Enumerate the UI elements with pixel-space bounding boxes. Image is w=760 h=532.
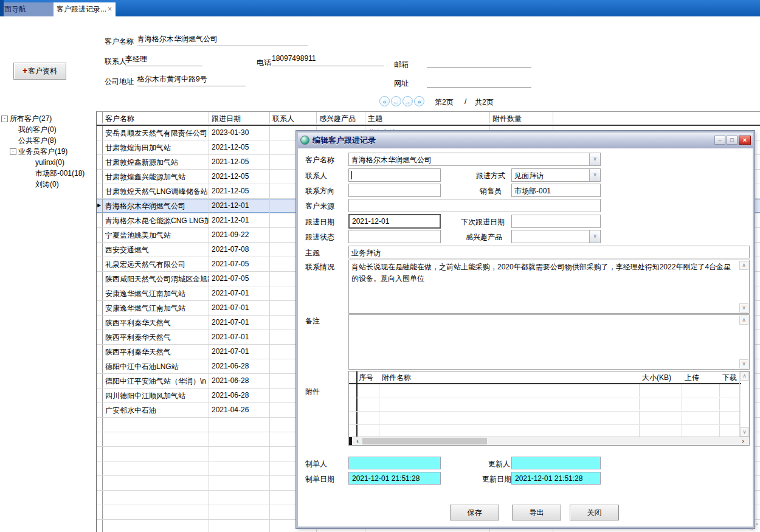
- dlg-next-follow-date-input[interactable]: [511, 215, 601, 228]
- tree-expander-icon[interactable]: -: [1, 116, 8, 122]
- tab-close-icon[interactable]: ×: [108, 5, 112, 13]
- chevron-down-icon[interactable]: ∨: [589, 230, 600, 243]
- dlg-contact-details-textarea[interactable]: 肖站长说现在是融能在做，之前站上能采购，2020年都就需要公司物供部采购了，李经…: [348, 260, 750, 314]
- dlg-remarks-textarea[interactable]: ∧ ∨: [348, 314, 750, 370]
- cell: 2021-07-08: [209, 243, 270, 257]
- cell: 青海格尔木昆仑能源CNG LNG加: [103, 213, 209, 227]
- attachments-hscrollbar[interactable]: ‹ ›: [349, 437, 749, 445]
- add-customer-button[interactable]: +客户资料: [13, 63, 66, 80]
- cell: [209, 520, 270, 532]
- scroll-down-icon[interactable]: ∨: [739, 359, 748, 368]
- row-marker: [97, 243, 103, 257]
- dlg-customer-name-label: 客户名称: [305, 155, 334, 165]
- cell: 德阳中江平安油气站（华润）\n: [103, 374, 209, 388]
- row-marker: ▶: [97, 199, 103, 213]
- tree-item-label: 公共客户(8): [18, 136, 57, 145]
- cell: 甘肃敦煌海田加气站: [103, 140, 209, 154]
- column-header[interactable]: 客户名称: [103, 112, 209, 123]
- scroll-left-icon[interactable]: ‹: [353, 437, 362, 445]
- column-header[interactable]: 感兴趣产品: [317, 112, 365, 123]
- row-marker: [97, 389, 103, 402]
- scroll-up-icon[interactable]: ∧: [740, 371, 749, 381]
- column-header[interactable]: 跟进日期: [209, 112, 270, 123]
- cell: 2021-09-22: [209, 228, 270, 242]
- website-value: [427, 75, 531, 88]
- tree-item[interactable]: -所有客户(27): [0, 113, 52, 124]
- cell: [209, 432, 270, 446]
- attachment-cell: [356, 398, 379, 410]
- attachments-vscrollbar[interactable]: ∧ ∨: [739, 371, 749, 437]
- scroll-down-icon[interactable]: ∨: [739, 303, 748, 313]
- dlg-next-follow-date-label: 下次跟进日期: [461, 217, 505, 227]
- row-marker: [97, 286, 103, 300]
- chevron-down-icon[interactable]: ∨: [589, 169, 600, 181]
- cell: 西安交通燃气: [103, 243, 209, 257]
- scroll-up-icon[interactable]: ∧: [739, 261, 748, 270]
- tab-page-nav[interactable]: 面导航: [4, 2, 54, 16]
- dialog-titlebar[interactable]: 编辑客户跟进记录 – □ ×: [298, 133, 753, 148]
- tab-follow-records[interactable]: 客户跟进记录...×: [54, 2, 116, 16]
- tree-item[interactable]: 市场部-001(18): [0, 168, 85, 179]
- maximize-button[interactable]: □: [727, 136, 738, 145]
- page-separator: /: [465, 97, 466, 106]
- dlg-updater-label: 更新人: [488, 459, 510, 469]
- next-page-button[interactable]: →: [402, 96, 413, 106]
- chevron-down-icon[interactable]: ∨: [589, 153, 600, 165]
- row-marker: [97, 461, 103, 475]
- export-button[interactable]: 导出: [512, 505, 561, 520]
- splitter-handle[interactable]: [349, 437, 352, 445]
- dlg-salesperson-input[interactable]: 市场部-001: [511, 184, 601, 197]
- minimize-button[interactable]: –: [714, 136, 725, 145]
- close-dialog-button[interactable]: 关闭: [570, 505, 619, 520]
- dlg-follow-status-input[interactable]: [348, 230, 441, 243]
- attachments-grid: 序号附件名称大小(KB)上传下载 ∧ ∨ ‹ ›: [348, 371, 750, 446]
- dlg-follow-method-combo[interactable]: 见面拜访 ∨: [511, 168, 601, 182]
- dlg-contact-direction-input[interactable]: [348, 184, 441, 197]
- attachment-column-header: 上传: [682, 371, 720, 382]
- column-header[interactable]: 主题: [365, 112, 490, 123]
- cell: 2021-07-05: [209, 272, 270, 286]
- cell: 2023-01-30: [209, 126, 270, 140]
- close-button[interactable]: ×: [739, 136, 751, 145]
- dlg-update-date-label: 更新日期: [482, 474, 511, 485]
- cell: 甘肃敦煌天然气LNG调峰储备站: [103, 184, 209, 198]
- resize-grip-icon[interactable]: [751, 523, 759, 531]
- dialog-title: 编辑客户跟进记录: [313, 135, 376, 146]
- dlg-create-date-field: 2021-12-01 21:51:28: [348, 472, 441, 485]
- last-page-button[interactable]: »: [414, 96, 424, 106]
- attachment-cell: [682, 384, 720, 397]
- tree-item[interactable]: -业务员客户(19): [0, 146, 67, 157]
- tree-item[interactable]: yulinxi(0): [0, 157, 64, 168]
- save-button[interactable]: 保存: [450, 505, 499, 520]
- dlg-interested-product-combo[interactable]: ∨: [511, 230, 601, 243]
- tree-item[interactable]: 公共客户(8): [0, 135, 57, 146]
- cell: 2021-12-01: [209, 213, 270, 227]
- row-marker: [97, 140, 103, 154]
- column-header[interactable]: 联系人: [270, 112, 317, 123]
- dlg-contact-input[interactable]: [348, 168, 441, 182]
- cell: 2021-07-05: [209, 257, 270, 271]
- website-label: 网址: [394, 78, 409, 89]
- dlg-follow-date-input[interactable]: 2021-12-01: [348, 214, 441, 229]
- first-page-button[interactable]: «: [379, 96, 390, 106]
- cell: 宁夏盐池姚美加气站: [103, 228, 209, 242]
- tree-item-label: yulinxi(0): [35, 158, 64, 167]
- tree-item[interactable]: 我的客户(0): [0, 124, 57, 135]
- scroll-down-icon[interactable]: ∨: [740, 427, 749, 437]
- scroll-up-icon[interactable]: ∧: [739, 316, 748, 325]
- scrollbar-thumb[interactable]: [362, 438, 487, 444]
- dlg-customer-name-combo[interactable]: 青海格尔木华润燃气公司 ∨: [348, 153, 601, 166]
- tree-item[interactable]: 刘涛(0): [0, 179, 59, 190]
- attachment-cell: [720, 424, 741, 437]
- dlg-subject-label: 主题: [305, 248, 320, 258]
- dlg-subject-input[interactable]: 业务拜访: [348, 246, 750, 258]
- row-marker: [97, 257, 103, 271]
- cell: 青海格尔木华润燃气公司: [103, 199, 209, 213]
- column-header[interactable]: 附件数量: [490, 112, 553, 123]
- prev-page-button[interactable]: ←: [391, 96, 401, 106]
- row-marker: [97, 330, 103, 344]
- dlg-customer-source-input[interactable]: [348, 199, 601, 212]
- tree-expander-icon[interactable]: -: [10, 148, 16, 155]
- scroll-right-icon[interactable]: ›: [738, 437, 748, 445]
- attachment-cell: [379, 411, 640, 424]
